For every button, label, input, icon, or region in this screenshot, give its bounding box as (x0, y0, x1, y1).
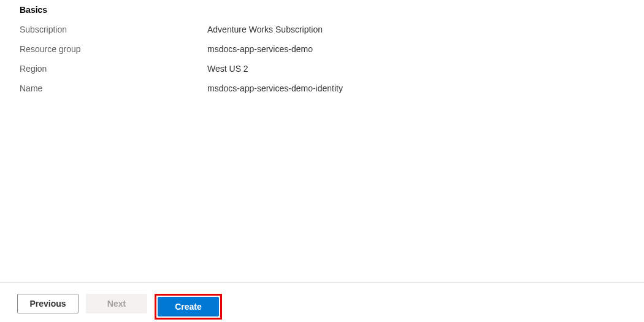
property-row: Subscription Adventure Works Subscriptio… (20, 23, 624, 36)
section-heading-basics: Basics (20, 5, 624, 15)
property-row: Region West US 2 (20, 63, 624, 75)
create-button[interactable]: Create (158, 297, 219, 316)
create-button-highlight: Create (155, 294, 222, 320)
property-label-region: Region (20, 63, 207, 75)
property-value-resource-group: msdocs-app-services-demo (207, 43, 313, 55)
property-row: Resource group msdocs-app-services-demo (20, 43, 624, 55)
property-value-region: West US 2 (207, 63, 248, 75)
property-value-name: msdocs-app-services-demo-identity (207, 82, 343, 94)
property-label-subscription: Subscription (20, 23, 207, 36)
next-button: Next (86, 294, 147, 313)
property-label-name: Name (20, 82, 207, 94)
property-value-subscription: Adventure Works Subscription (207, 23, 323, 36)
review-summary: Basics Subscription Adventure Works Subs… (0, 0, 644, 94)
wizard-footer: Previous Next Create (0, 282, 644, 322)
property-row: Name msdocs-app-services-demo-identity (20, 82, 624, 94)
previous-button[interactable]: Previous (17, 294, 79, 313)
property-label-resource-group: Resource group (20, 43, 207, 55)
